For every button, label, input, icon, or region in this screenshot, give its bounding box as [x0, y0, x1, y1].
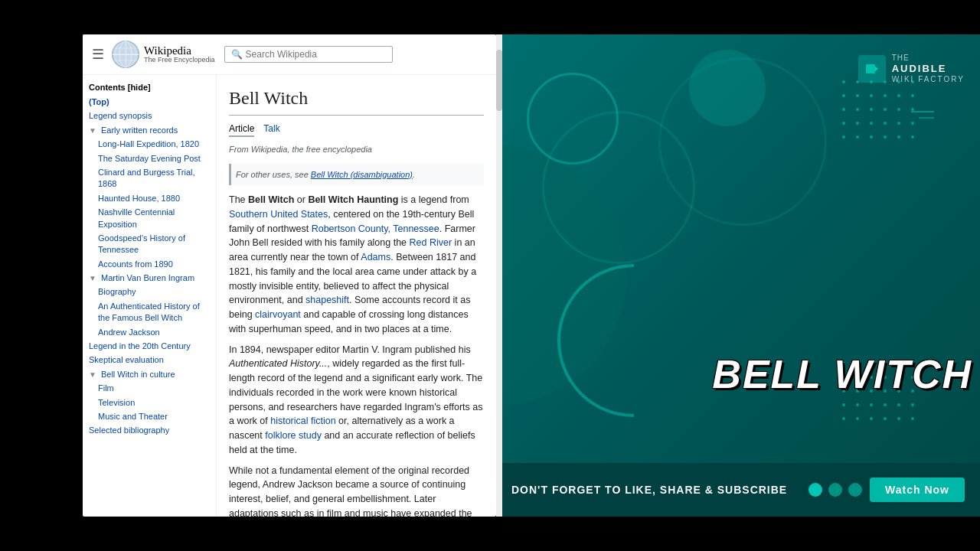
- toc-item-legend-synopsis[interactable]: Legend synopsis: [89, 110, 210, 122]
- toc-link-accounts[interactable]: Accounts from 1890: [98, 259, 173, 269]
- body-para-3: While not a fundamental element of the o…: [229, 464, 484, 517]
- wiki-logo-area: Wikipedia The Free Encyclopedia: [112, 41, 215, 68]
- toc-item-20th[interactable]: Legend in the 20th Century: [89, 341, 210, 352]
- toc-item-clinard[interactable]: Clinard and Burgess Trial, 1868: [98, 167, 210, 191]
- toc-link-culture[interactable]: Bell Witch in culture: [101, 370, 175, 379]
- logo-text-block: THE AUDIBLE WIKI FACTORY: [892, 54, 965, 84]
- toc-collapse-icon[interactable]: ▼: [89, 126, 96, 135]
- dash-line-2: [919, 117, 934, 119]
- toc-item-tv[interactable]: Television: [98, 397, 210, 409]
- scrollbar[interactable]: [496, 34, 502, 517]
- toc-item-accounts[interactable]: Accounts from 1890: [98, 259, 210, 270]
- link-adams[interactable]: Adams: [361, 252, 390, 262]
- toc-item-film[interactable]: Film: [98, 383, 210, 394]
- tab-article[interactable]: Article: [229, 122, 254, 137]
- wiki-article: Contents [hide] (Top) Legend synopsis ▼ …: [83, 75, 496, 517]
- svg-point-2: [115, 41, 136, 67]
- logo-line3: WIKI FACTORY: [892, 75, 965, 84]
- toc-link-ingram[interactable]: Martin Van Buren Ingram: [101, 273, 194, 282]
- logo-icon: [858, 55, 886, 83]
- logo-line1: THE: [892, 54, 965, 63]
- subscribe-text: DON'T FORGET TO LIKE, SHARE & SUBSCRIBE: [511, 484, 787, 496]
- toc-collapse-icon-2[interactable]: ▼: [89, 274, 96, 282]
- toc-link-film[interactable]: Film: [98, 383, 114, 393]
- link-clairvoyant[interactable]: clairvoyant: [255, 309, 301, 320]
- article-body: The Bell Witch or Bell Witch Haunting is…: [229, 193, 484, 517]
- toc-item-authenticated[interactable]: An Authenticated History of the Famous B…: [98, 301, 210, 324]
- wikipedia-title: Wikipedia: [144, 44, 215, 57]
- teal-background: THE AUDIBLE WIKI FACTORY BELL WITCH DON'…: [496, 34, 980, 517]
- dash-line-1: [911, 111, 934, 112]
- wiki-globe-icon: [112, 41, 139, 68]
- toc-item-top[interactable]: (Top): [89, 96, 210, 108]
- dot-grid-1: [842, 80, 919, 143]
- wiki-toc: Contents [hide] (Top) Legend synopsis ▼ …: [83, 75, 217, 517]
- logo-line2: AUDIBLE: [892, 63, 965, 75]
- toc-item-jackson[interactable]: Andrew Jackson: [98, 327, 210, 338]
- audible-logo: THE AUDIBLE WIKI FACTORY: [858, 54, 965, 84]
- toc-item-culture[interactable]: ▼ Bell Witch in culture: [89, 369, 210, 380]
- bell-witch-title: BELL WITCH: [712, 354, 972, 394]
- toc-link-haunted-house[interactable]: Haunted House, 1880: [98, 194, 180, 203]
- body-para-1: The Bell Witch or Bell Witch Haunting is…: [229, 193, 484, 337]
- article-from: From Wikipedia, the free encyclopedia: [229, 143, 484, 156]
- indicator-dot-1: [808, 483, 822, 497]
- toc-link-clinard[interactable]: Clinard and Burgess Trial, 1868: [98, 168, 195, 188]
- toc-link-nashville[interactable]: Nashville Centennial Exposition: [98, 207, 175, 228]
- wiki-logo-text: Wikipedia The Free Encyclopedia: [144, 44, 215, 64]
- toc-item-biography[interactable]: Biography: [98, 286, 210, 298]
- toc-link-skeptical[interactable]: Skeptical evaluation: [89, 355, 164, 364]
- link-red-river[interactable]: Red River: [410, 237, 452, 248]
- tab-talk[interactable]: Talk: [263, 122, 279, 137]
- toc-item-early-written[interactable]: ▼ Early written records: [89, 125, 210, 136]
- toc-link-bibliography[interactable]: Selected bibliography: [89, 425, 169, 435]
- toc-item-skeptical[interactable]: Skeptical evaluation: [89, 354, 210, 366]
- svg-marker-7: [875, 67, 878, 71]
- watch-now-button[interactable]: Watch Now: [870, 478, 965, 502]
- bottom-bar: DON'T FORGET TO LIKE, SHARE & SUBSCRIBE …: [496, 463, 980, 517]
- indicator-dots: [808, 483, 862, 497]
- wiki-header: ☰ Wikipedia The Free Encyclopedia 🔍: [83, 34, 496, 75]
- search-box[interactable]: 🔍: [224, 46, 393, 63]
- toc-link-longball[interactable]: Long-Hall Expedition, 1820: [98, 139, 199, 148]
- svg-rect-6: [866, 64, 875, 73]
- search-input[interactable]: [246, 49, 386, 60]
- toc-link-jackson[interactable]: Andrew Jackson: [98, 328, 160, 337]
- scrollbar-thumb[interactable]: [496, 50, 502, 111]
- toc-link-biography[interactable]: Biography: [98, 287, 136, 296]
- toc-link-early-written[interactable]: Early written records: [101, 126, 178, 135]
- other-uses-notice: For other uses, see Bell Witch (disambig…: [229, 164, 484, 186]
- link-folklore[interactable]: folklore study: [265, 430, 322, 441]
- link-robertson[interactable]: Robertson County, Tennessee: [312, 223, 439, 234]
- wikipedia-panel: ☰ Wikipedia The Free Encyclopedia 🔍: [83, 34, 496, 517]
- toc-link-saturday-post[interactable]: The Saturday Evening Post: [98, 154, 201, 163]
- search-icon: 🔍: [231, 49, 243, 60]
- toc-item-haunted-house[interactable]: Haunted House, 1880: [98, 193, 210, 204]
- toc-item-goodspeed[interactable]: Goodspeed's History of Tennessee: [98, 233, 210, 256]
- toc-link-tv[interactable]: Television: [98, 398, 135, 407]
- circle-decor-7: [689, 50, 766, 126]
- toc-link-top[interactable]: (Top): [89, 97, 109, 106]
- toc-item-longball[interactable]: Long-Hall Expedition, 1820: [98, 139, 210, 150]
- toc-item-saturday-post[interactable]: The Saturday Evening Post: [98, 153, 210, 165]
- toc-item-music[interactable]: Music and Theater: [98, 411, 210, 422]
- toc-link-authenticated[interactable]: An Authenticated History of the Famous B…: [98, 302, 200, 322]
- link-shapeshift[interactable]: shapeshift: [305, 295, 349, 305]
- toc-item-bibliography[interactable]: Selected bibliography: [89, 425, 210, 436]
- toc-link-goodspeed[interactable]: Goodspeed's History of Tennessee: [98, 233, 185, 254]
- link-historical-fiction[interactable]: historical fiction: [270, 416, 335, 426]
- indicator-dot-3: [848, 483, 862, 497]
- toc-link-music[interactable]: Music and Theater: [98, 412, 168, 421]
- hamburger-icon[interactable]: ☰: [92, 46, 104, 63]
- body-para-2: In 1894, newspaper editor Martin V. Ingr…: [229, 343, 484, 458]
- link-southern[interactable]: Southern United States: [229, 209, 328, 220]
- toc-item-ingram[interactable]: ▼ Martin Van Buren Ingram: [89, 272, 210, 284]
- toc-link-legend-synopsis[interactable]: Legend synopsis: [89, 111, 152, 120]
- toc-item-nashville[interactable]: Nashville Centennial Exposition: [98, 207, 210, 230]
- toc-collapse-icon-3[interactable]: ▼: [89, 370, 96, 379]
- wikipedia-tagline: The Free Encyclopedia: [144, 57, 215, 64]
- toc-title: Contents [hide]: [89, 83, 210, 92]
- toc-link-20th[interactable]: Legend in the 20th Century: [89, 341, 191, 350]
- watch-now-area: Watch Now: [808, 478, 965, 502]
- disambiguation-link[interactable]: Bell Witch (disambiguation): [311, 170, 413, 179]
